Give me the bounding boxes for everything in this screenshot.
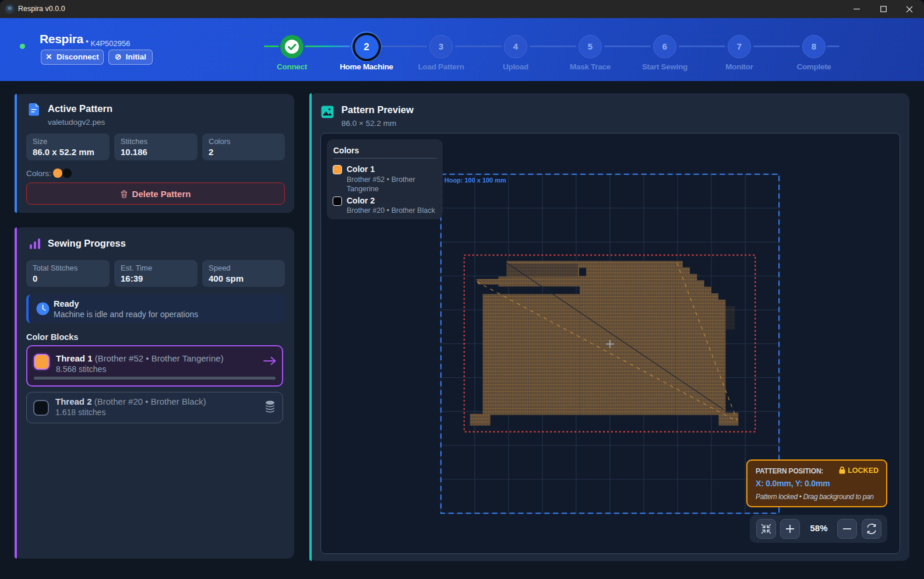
svg-text:Hoop: 100 x 100 mm: Hoop: 100 x 100 mm: [445, 177, 506, 184]
